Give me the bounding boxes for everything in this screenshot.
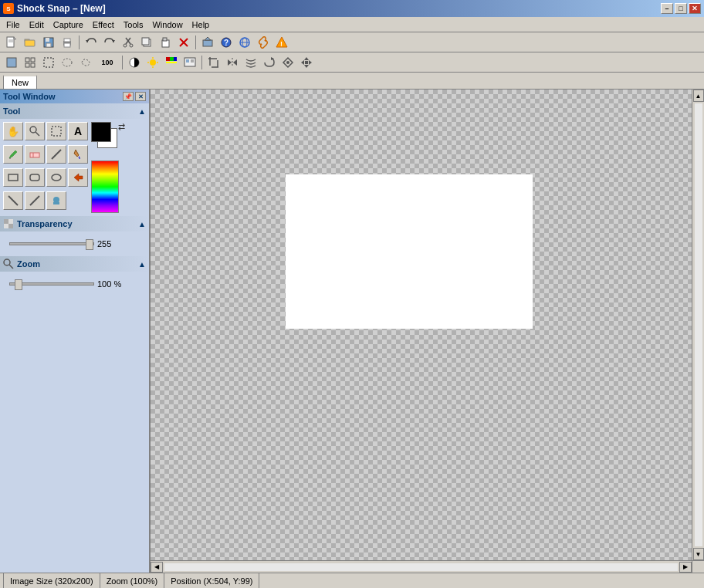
rect-select-tool[interactable] [46,122,66,140]
tab-new[interactable]: New [3,75,37,89]
h-scrollbar[interactable]: ◀ ▶ [151,560,692,573]
copy-btn[interactable] [138,34,155,51]
text-tool[interactable]: A [68,122,88,140]
fullscreen-btn[interactable] [3,54,20,71]
round-rect-tool[interactable] [25,168,45,187]
main-layout: Tool Window 📌 ✕ Tool ▲ ✋ [0,90,704,573]
minimize-button[interactable]: – [661,3,673,14]
fill-tool[interactable] [68,145,88,164]
transform-icon [282,56,294,69]
tool-section-content: ✋ A [0,119,149,216]
paste-btn[interactable] [157,34,174,51]
line-tool[interactable] [46,145,66,164]
round-rect-icon [29,172,40,183]
brightness-icon [147,56,159,69]
tool-window-pin[interactable]: 📌 [123,92,134,101]
brightness-btn[interactable] [144,54,161,71]
v-scrollbar[interactable]: ▲ ▼ [692,90,704,560]
menu-effect[interactable]: Effect [88,19,119,31]
move-btn[interactable] [298,54,315,71]
svg-line-74 [52,150,61,159]
colors-btn[interactable] [163,54,180,71]
diagonal-tool[interactable] [25,191,45,210]
fg-color-swatch[interactable] [91,122,111,142]
zoom-section-header[interactable]: Zoom ▲ [0,256,149,272]
open-btn[interactable] [22,34,39,51]
cut-btn[interactable] [120,34,137,51]
redo-btn[interactable] [101,34,118,51]
svg-point-88 [4,259,10,265]
resource-btn[interactable] [199,34,216,51]
tool-section-header[interactable]: Tool ▲ [0,103,149,119]
line2-tool[interactable] [3,191,23,210]
scroll-up-btn[interactable]: ▲ [693,90,704,102]
crop-btn[interactable] [205,54,222,71]
scroll-down-btn[interactable]: ▼ [693,548,704,560]
pencil-tool[interactable] [3,145,23,164]
arrow-tool[interactable] [68,168,88,187]
filter2-btn[interactable] [242,54,259,71]
image-canvas[interactable] [286,174,533,329]
menu-file[interactable]: File [2,19,25,31]
canvas-area[interactable]: ◀ ▶ ▲ ▼ [151,90,704,573]
zoom-section-icon [3,259,14,269]
hand-tool[interactable]: ✋ [3,122,23,140]
rotate-btn[interactable] [261,54,278,71]
rect-shape-tool[interactable] [3,168,23,187]
undo-btn[interactable] [83,34,100,51]
svg-rect-76 [8,174,18,181]
ellipse-tool[interactable] [46,168,66,187]
help-btn[interactable]: ? [218,34,235,51]
maximize-button[interactable]: □ [675,3,687,14]
scroll-left-btn[interactable]: ◀ [151,562,163,573]
tool-window-title: Tool Window 📌 ✕ [0,90,149,103]
menu-window[interactable]: Window [147,19,187,31]
eraser-tool[interactable] [25,145,45,164]
zoom-tool[interactable] [25,122,45,140]
menu-capture[interactable]: Capture [49,19,88,31]
ellipse-select-icon [61,56,73,69]
menu-tools[interactable]: Tools [119,19,148,31]
v-scroll-track[interactable] [695,103,702,546]
delete-btn[interactable] [175,34,192,51]
menu-edit[interactable]: Edit [25,19,49,31]
zoom-level-btn[interactable]: 100 [96,54,119,71]
color-rainbow[interactable] [91,161,119,213]
rect-select-tb[interactable] [40,54,57,71]
transparency-label: Transparency [3,218,73,229]
grid-view-btn[interactable] [22,54,39,71]
rect-select-icon [42,56,55,69]
h-scroll-track[interactable] [164,563,678,571]
transform-btn[interactable] [279,54,296,71]
save-btn[interactable] [40,34,57,51]
link-btn[interactable] [255,34,272,51]
sep4 [201,56,202,69]
about-btn[interactable]: ! [273,34,290,51]
svg-marker-59 [233,59,237,66]
tool-window-close[interactable]: ✕ [135,92,146,101]
new-file-btn[interactable] [3,34,20,51]
sep1 [79,35,80,49]
transparency-section-header[interactable]: Transparency ▲ [0,216,149,231]
close-button[interactable]: ✕ [689,3,701,14]
zoom-chevron: ▲ [138,260,146,269]
scroll-right-btn[interactable]: ▶ [679,562,692,573]
tool-grid: ✋ A [3,122,88,213]
stamp-tool[interactable] [46,191,66,210]
zoom-slider[interactable] [9,278,94,290]
tab-bar: New [0,73,704,90]
status-bar: Image Size (320x200) Zoom (100%) Positio… [0,573,704,588]
svg-rect-7 [46,38,49,42]
invert-btn[interactable] [126,54,143,71]
svg-rect-49 [166,62,177,63]
freehand-select-btn[interactable] [77,54,94,71]
transparency-slider[interactable] [9,238,94,250]
web-btn[interactable] [236,34,253,51]
menu-help[interactable]: Help [188,19,215,31]
ellipse-select-btn[interactable] [59,54,76,71]
print-btn[interactable] [59,34,76,51]
rect-shape-icon [8,172,19,183]
flip-btn[interactable] [224,54,241,71]
swap-colors-btn[interactable]: ⇄ [118,122,125,132]
image-info-btn[interactable] [181,54,198,71]
